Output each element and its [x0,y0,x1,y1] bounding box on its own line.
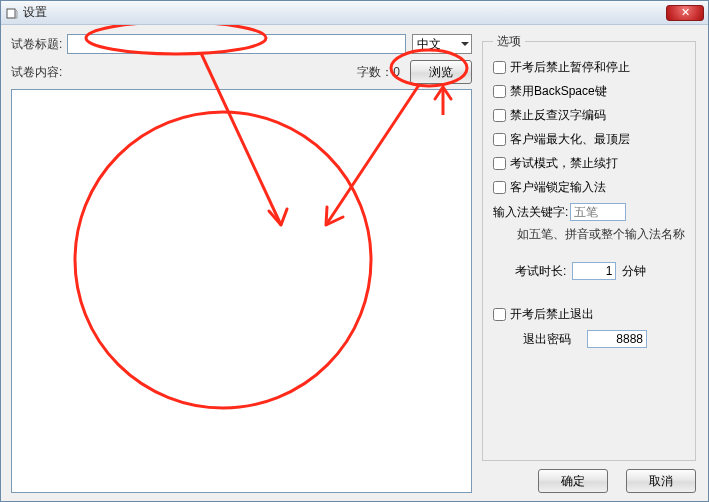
content-textarea[interactable] [11,89,472,493]
ok-button[interactable]: 确定 [538,469,608,493]
char-count: 字数：0 [357,64,400,81]
svg-rect-0 [7,9,15,18]
ime-keyword-input[interactable] [570,203,626,221]
content-label: 试卷内容: [11,64,67,81]
checkbox-maximize[interactable] [493,133,506,146]
checkbox-label: 客户端最大化、最顶层 [510,131,630,148]
window-title: 设置 [23,4,666,21]
cancel-button[interactable]: 取消 [626,469,696,493]
checkbox-label: 客户端锁定输入法 [510,179,606,196]
exit-password-row: 退出密码 [493,329,685,349]
ime-keyword-label: 输入法关键字: [493,204,568,221]
title-label: 试卷标题: [11,36,67,53]
checkbox-exam-mode[interactable] [493,157,506,170]
duration-unit: 分钟 [622,263,646,280]
check-disable-backspace: 禁用BackSpace键 [493,82,685,100]
chevron-down-icon [461,42,469,46]
left-pane: 试卷标题: 中文 试卷内容: 字数：0 浏览 [11,33,472,493]
duration-input[interactable] [572,262,616,280]
options-legend: 选项 [493,33,525,50]
exit-password-label: 退出密码 [523,331,571,348]
check-forbid-exit: 开考后禁止退出 [493,305,685,323]
checkbox-label: 开考后禁止退出 [510,306,594,323]
checkbox-lock-ime[interactable] [493,181,506,194]
checkbox-disable-backspace[interactable] [493,85,506,98]
duration-label: 考试时长: [515,263,566,280]
checkbox-forbid-exit[interactable] [493,308,506,321]
checkbox-label: 禁用BackSpace键 [510,83,607,100]
checkbox-label: 开考后禁止暂停和停止 [510,59,630,76]
check-exam-mode: 考试模式，禁止续打 [493,154,685,172]
check-maximize: 客户端最大化、最顶层 [493,130,685,148]
titlebar: 设置 ✕ [1,1,708,25]
ime-hint: 如五笔、拼音或整个输入法名称 [517,226,685,243]
check-disable-lookup: 禁止反查汉字编码 [493,106,685,124]
browse-button[interactable]: 浏览 [410,60,472,84]
close-button[interactable]: ✕ [666,5,704,21]
checkbox-label: 考试模式，禁止续打 [510,155,618,172]
options-group: 选项 开考后禁止暂停和停止 禁用BackSpace键 禁止反查汉字编码 客户端最… [482,33,696,461]
checkbox-disable-pause[interactable] [493,61,506,74]
check-disable-pause: 开考后禁止暂停和停止 [493,58,685,76]
check-lock-ime: 客户端锁定输入法 [493,178,685,196]
right-pane: 选项 开考后禁止暂停和停止 禁用BackSpace键 禁止反查汉字编码 客户端最… [480,33,698,493]
content-header-row: 试卷内容: 字数：0 浏览 [11,61,472,83]
language-select[interactable]: 中文 [412,34,472,54]
exit-password-input[interactable] [587,330,647,348]
checkbox-label: 禁止反查汉字编码 [510,107,606,124]
app-icon [5,6,19,20]
client-area: 试卷标题: 中文 试卷内容: 字数：0 浏览 选项 [1,25,708,501]
ime-keyword-row: 输入法关键字: [493,202,685,222]
duration-row: 考试时长: 分钟 [493,261,685,281]
close-icon: ✕ [681,7,690,18]
settings-window: 设置 ✕ 试卷标题: 中文 试卷内容: 字数：0 浏览 [0,0,709,502]
title-input[interactable] [67,34,406,54]
language-selected: 中文 [417,36,441,53]
title-row: 试卷标题: 中文 [11,33,472,55]
checkbox-disable-lookup[interactable] [493,109,506,122]
dialog-footer: 确定 取消 [480,469,698,493]
